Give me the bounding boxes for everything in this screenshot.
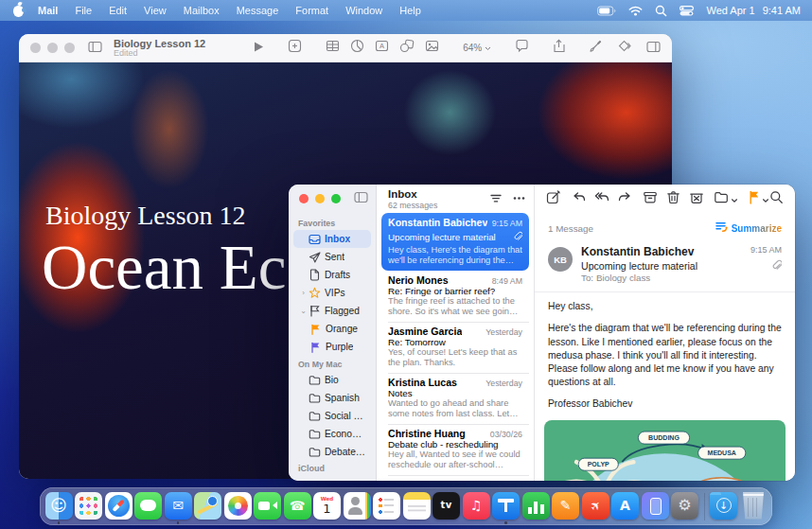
dock-item-safari[interactable] — [104, 491, 132, 522]
more-icon[interactable] — [512, 191, 526, 208]
dock-item-notes[interactable] — [402, 491, 431, 522]
dock-item-system-settings[interactable]: ⚙ — [671, 491, 699, 522]
sidebar-item-inbox[interactable]: Inbox — [293, 230, 371, 248]
dock-item-photos[interactable] — [223, 491, 252, 522]
sidebar-toggle-icon[interactable] — [354, 190, 368, 207]
summarize-button[interactable]: Summarize — [715, 220, 782, 237]
forward-icon[interactable] — [618, 190, 632, 207]
zoom-button[interactable] — [64, 43, 75, 53]
animate-icon[interactable] — [617, 39, 632, 57]
text-box-icon[interactable]: A — [375, 39, 389, 57]
junk-icon[interactable] — [689, 190, 704, 208]
search-icon[interactable] — [655, 5, 667, 17]
to-recipient[interactable]: Biology class — [596, 273, 650, 283]
sidebar-item-spanish[interactable]: Spanish — [293, 389, 371, 407]
sidebar-item-vips[interactable]: ›VIPs — [293, 284, 371, 302]
dock-item-contacts[interactable] — [343, 491, 371, 522]
disclosure-chevron[interactable]: › — [299, 289, 308, 297]
wifi-icon[interactable] — [628, 6, 643, 16]
media-icon[interactable] — [425, 39, 439, 57]
dock-item-music[interactable]: ♫ — [462, 491, 490, 522]
menu-mail[interactable]: Mail — [29, 5, 66, 16]
menu-bar-date[interactable]: Wed Apr 1 — [706, 5, 754, 16]
dock-item-finder[interactable]: ☺ — [44, 491, 73, 522]
share-icon[interactable] — [553, 39, 565, 57]
dock-item-reminders[interactable] — [373, 491, 401, 522]
sidebar-item-drafts[interactable]: Drafts — [293, 266, 371, 284]
desktop: MailFileEditViewMailboxMessageFormatWind… — [0, 0, 812, 529]
dock-item-tv[interactable]: tv — [432, 491, 461, 522]
menu-help[interactable]: Help — [391, 5, 430, 16]
dock-item-phone[interactable]: ☎ — [283, 491, 311, 522]
list-item[interactable]: Konstantin Babichev9:15 AMUpcoming lectu… — [381, 213, 529, 271]
close-button[interactable] — [299, 194, 309, 203]
sidebar-item-debate-c[interactable]: Debate C… — [293, 443, 371, 461]
sidebar-item-bio[interactable]: Bio — [293, 371, 371, 389]
format-panel-icon[interactable] — [646, 40, 661, 57]
sidebar-item-social-st[interactable]: Social St… — [293, 407, 371, 425]
comment-icon[interactable] — [515, 39, 529, 57]
sidebar-item-orange[interactable]: Orange — [293, 320, 371, 338]
menu-format[interactable]: Format — [287, 5, 337, 16]
sidebar-item-purple[interactable]: Purple — [293, 338, 371, 356]
list-item[interactable]: Darla Davidson03/30/26Tomorrow's classAs… — [381, 475, 529, 481]
dock-item-launchpad[interactable] — [75, 491, 103, 522]
dock-item-keynote[interactable] — [492, 491, 521, 522]
zoom-button[interactable] — [331, 194, 341, 203]
zoom-add-icon[interactable] — [288, 39, 302, 57]
menu-mailbox[interactable]: Mailbox — [175, 5, 228, 16]
minimize-button[interactable] — [315, 194, 325, 203]
compose-icon[interactable] — [546, 190, 561, 208]
format-brush-icon[interactable] — [589, 39, 603, 57]
search-icon[interactable] — [769, 190, 784, 208]
disclosure-chevron[interactable]: ⌄ — [299, 307, 308, 315]
reply-icon[interactable] — [572, 190, 586, 207]
dock-item-games[interactable]: ✈ — [581, 491, 609, 522]
close-button[interactable] — [30, 43, 41, 53]
battery-icon[interactable] — [597, 6, 616, 16]
filter-icon[interactable] — [489, 191, 503, 208]
menu-edit[interactable]: Edit — [100, 5, 135, 16]
dock-item-pages[interactable]: ✎ — [552, 491, 580, 522]
archive-icon[interactable] — [643, 190, 658, 208]
menu-message[interactable]: Message — [228, 5, 288, 16]
dock-item-app-store[interactable]: A — [611, 491, 640, 522]
sidebar-item-economics[interactable]: Economics — [293, 425, 371, 443]
dock-item-iphone-mirroring[interactable] — [641, 491, 669, 522]
menu-view[interactable]: View — [135, 5, 175, 16]
menu-file[interactable]: File — [66, 5, 100, 16]
flag-dropdown[interactable] — [749, 190, 769, 208]
zoom-level-dropdown[interactable]: 64% — [463, 43, 491, 53]
control-center-icon[interactable] — [680, 6, 694, 16]
play-button[interactable] — [253, 40, 264, 57]
flag-purple-icon — [309, 342, 322, 353]
dock-item-calendar[interactable]: Wed1 — [313, 491, 342, 522]
shapes-icon[interactable] — [399, 39, 415, 57]
menu-bar-time[interactable]: 9:41 AM — [763, 5, 801, 16]
list-item[interactable]: Jasmine GarciaYesterdayRe: TomorrowYes, … — [381, 322, 529, 373]
menu-window[interactable]: Window — [337, 5, 391, 16]
move-to-folder-dropdown[interactable] — [714, 190, 738, 207]
dock-item-numbers[interactable] — [521, 491, 550, 522]
apple-menu-icon[interactable] — [13, 6, 24, 17]
mail-window-controls[interactable] — [299, 194, 341, 203]
dock-item-mail[interactable]: ✉ — [164, 491, 192, 522]
list-item[interactable]: Kristina LucasYesterdayNotesWanted to go… — [381, 373, 529, 424]
chart-icon[interactable] — [350, 39, 364, 57]
table-icon[interactable] — [326, 39, 340, 57]
list-item[interactable]: Christine Huang03/30/26Debate club - res… — [381, 424, 529, 475]
dock-item-maps[interactable] — [194, 491, 222, 522]
sidebar-item-flagged[interactable]: ⌄Flagged — [293, 302, 371, 320]
dock-item-trash[interactable] — [739, 491, 768, 522]
dock-item-messages[interactable] — [134, 491, 163, 522]
keynote-window-controls[interactable] — [30, 43, 75, 53]
sidebar-toggle-icon[interactable] — [88, 40, 102, 57]
list-item[interactable]: Nerio Mones8:49 AMRe: Fringe or barrier … — [381, 271, 529, 322]
sidebar-icloud-label[interactable]: iCloud — [289, 464, 376, 481]
reply-all-icon[interactable] — [594, 190, 609, 207]
minimize-button[interactable] — [47, 43, 58, 53]
trash-icon[interactable] — [666, 190, 680, 208]
dock-item-downloads[interactable]: ↓ — [710, 491, 738, 522]
sidebar-item-sent[interactable]: Sent — [293, 248, 371, 266]
dock-item-facetime[interactable] — [254, 491, 282, 522]
